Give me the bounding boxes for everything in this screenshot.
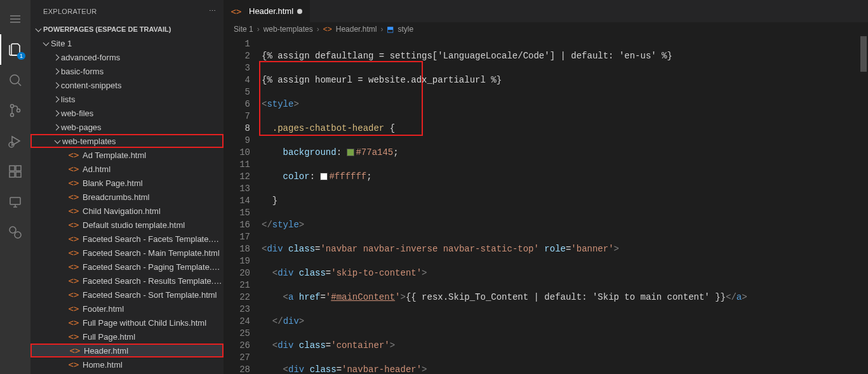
vertical-scrollbar[interactable]	[859, 36, 868, 374]
chevron-down-icon	[52, 136, 62, 146]
html-file-icon: <>	[69, 220, 79, 230]
tree-folder-site[interactable]: Site 1	[30, 36, 224, 50]
tree-file[interactable]: <>Faceted Search - Paging Template.html	[30, 260, 224, 274]
more-actions-icon[interactable]: ⋯	[209, 7, 216, 15]
tree-folder[interactable]: advanced-forms	[30, 50, 224, 64]
search-icon[interactable]	[0, 65, 30, 95]
tree-folder[interactable]: web-files	[30, 106, 224, 120]
breadcrumbs[interactable]: Site 1 › web-templates › <> Header.html …	[224, 22, 868, 36]
html-file-icon: <>	[69, 331, 79, 342]
explorer-icon[interactable]: 1	[0, 34, 30, 65]
editor-area: <> Header.html Site 1 › web-templates › …	[224, 0, 868, 374]
tree-folder-web-templates[interactable]: web-templates	[30, 134, 224, 148]
line-gutter: 1234567891011121314151617181920212223242…	[224, 36, 262, 374]
explorer-badge: 1	[17, 52, 25, 60]
svg-point-5	[11, 105, 14, 108]
svg-rect-12	[16, 172, 21, 177]
tree-folder[interactable]: basic-forms	[30, 64, 224, 78]
html-file-icon: <>	[323, 25, 332, 34]
html-file-icon: <>	[69, 276, 79, 286]
sidebar-title: EXPLORATEUR	[43, 8, 97, 15]
code-content[interactable]: {% assign defaultlang = settings['Langua…	[262, 36, 868, 374]
svg-rect-11	[10, 172, 15, 177]
chevron-right-icon	[51, 66, 61, 76]
tree-file[interactable]: <>Blank Page.html	[30, 176, 224, 190]
svg-rect-10	[10, 166, 15, 171]
breadcrumb-item[interactable]: Site 1	[234, 25, 253, 34]
html-file-icon: <>	[69, 304, 79, 314]
tree-folder[interactable]: lists	[30, 92, 224, 106]
tree-file[interactable]: <>Ad.html	[30, 162, 224, 176]
tree-file[interactable]: <>Faceted Search - Main Template.html	[30, 246, 224, 260]
color-swatch-icon	[320, 173, 328, 180]
remote-icon[interactable]	[0, 187, 30, 217]
svg-marker-8	[12, 137, 20, 145]
tree-folder[interactable]: web-pages	[30, 120, 224, 134]
chevron-right-icon: ›	[317, 25, 319, 34]
tree-file[interactable]: <>Full Page without Child Links.html	[30, 316, 224, 330]
chevron-right-icon: ›	[257, 25, 260, 34]
svg-point-17	[10, 227, 16, 233]
chevron-right-icon	[51, 94, 61, 104]
tab-bar: <> Header.html	[224, 0, 868, 22]
scrollbar-thumb[interactable]	[860, 36, 867, 72]
dirty-indicator-icon	[297, 9, 302, 14]
tree-file[interactable]: <>Full Page.html	[30, 330, 224, 344]
extensions-icon[interactable]	[0, 156, 30, 187]
svg-rect-14	[10, 197, 20, 204]
svg-rect-13	[16, 166, 21, 171]
tab-header-html[interactable]: <> Header.html	[224, 0, 310, 22]
svg-point-6	[11, 114, 14, 117]
tree-file[interactable]: <>Ad Template.html	[30, 148, 224, 162]
html-file-icon: <>	[69, 262, 79, 272]
workspace-label: POWERPAGES (ESPACE DE TRAVAIL)	[43, 25, 171, 33]
tree-file-header[interactable]: <>Header.html	[30, 344, 224, 357]
chevron-right-icon	[51, 80, 61, 90]
html-file-icon: <>	[69, 359, 79, 370]
chevron-right-icon	[51, 108, 61, 118]
html-file-icon: <>	[69, 192, 79, 202]
tree-file[interactable]: <>Faceted Search - Facets Template.html	[30, 232, 224, 246]
tree-file[interactable]: <>Default studio template.html	[30, 218, 224, 232]
svg-point-18	[15, 232, 21, 238]
html-file-icon: <>	[69, 206, 79, 216]
menu-icon[interactable]	[0, 4, 30, 34]
html-file-icon: <>	[69, 248, 79, 258]
color-swatch-icon	[347, 149, 354, 156]
html-file-icon: <>	[231, 6, 241, 17]
svg-point-7	[17, 109, 20, 112]
tree-file[interactable]: <>Breadcrumbs.html	[30, 190, 224, 204]
chevron-right-icon	[51, 52, 61, 62]
source-control-icon[interactable]	[0, 95, 30, 126]
style-tag-icon: ⬒	[387, 25, 394, 34]
html-file-icon: <>	[69, 178, 79, 188]
breadcrumb-item[interactable]: web-templates	[264, 25, 313, 34]
folder-label: Site 1	[51, 39, 72, 48]
html-file-icon: <>	[69, 164, 79, 174]
tree-file[interactable]: <>Footer.html	[30, 302, 224, 316]
html-file-icon: <>	[69, 234, 79, 244]
explorer-sidebar: EXPLORATEUR ⋯ POWERPAGES (ESPACE DE TRAV…	[30, 0, 224, 374]
tree-file[interactable]: <>Child Navigation.html	[30, 204, 224, 218]
html-file-icon: <>	[70, 345, 80, 356]
tree-file[interactable]: <>Faceted Search - Sort Template.html	[30, 288, 224, 302]
file-tree: Site 1 advanced-forms basic-forms conten…	[30, 36, 224, 374]
code-editor[interactable]: 1234567891011121314151617181920212223242…	[224, 36, 868, 374]
chevron-down-icon	[33, 24, 43, 34]
html-file-icon: <>	[69, 290, 79, 300]
tree-file[interactable]: <>Home.html	[30, 357, 224, 371]
powerpages-icon[interactable]	[0, 217, 30, 248]
tree-folder[interactable]: content-snippets	[30, 78, 224, 92]
chevron-down-icon	[41, 38, 51, 48]
chevron-right-icon	[51, 122, 61, 132]
activity-bar: 1	[0, 0, 30, 374]
run-debug-icon[interactable]	[0, 126, 30, 156]
breadcrumb-item[interactable]: Header.html	[336, 25, 377, 34]
workspace-section[interactable]: POWERPAGES (ESPACE DE TRAVAIL)	[30, 22, 224, 36]
svg-point-3	[10, 75, 19, 84]
tab-label: Header.html	[249, 6, 293, 16]
svg-line-4	[18, 83, 22, 86]
html-file-icon: <>	[69, 150, 79, 160]
tree-file[interactable]: <>Faceted Search - Results Template.html	[30, 274, 224, 288]
breadcrumb-item[interactable]: style	[397, 25, 413, 34]
